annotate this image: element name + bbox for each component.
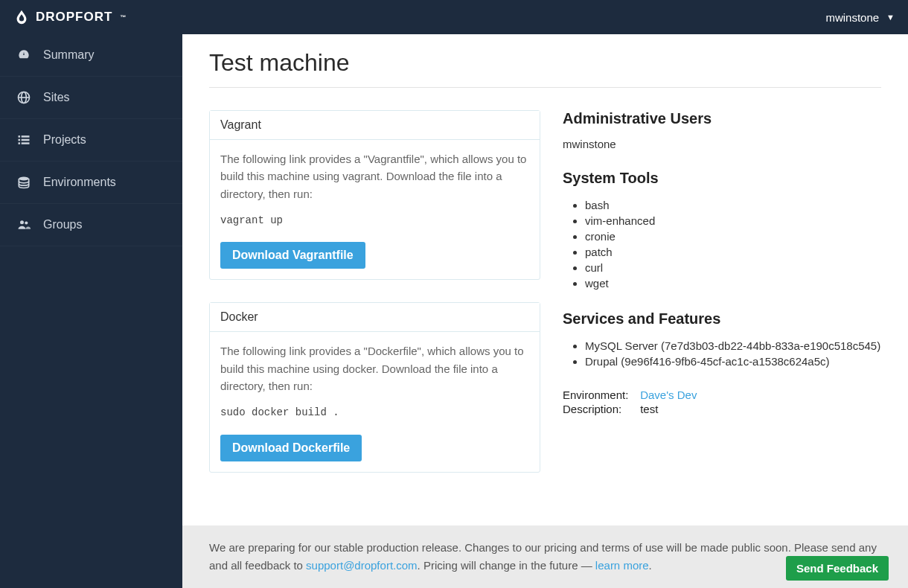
svg-rect-7 — [19, 142, 21, 144]
stack-icon — [16, 175, 31, 190]
learn-more-link[interactable]: learn more — [595, 559, 649, 572]
download-dockerfile-button[interactable]: Download Dockerfile — [220, 435, 362, 461]
list-item: curl — [585, 260, 881, 275]
page-title: Test machine — [209, 49, 881, 88]
list-item: wget — [585, 275, 881, 291]
sidebar-item-environments[interactable]: Environments — [0, 162, 182, 204]
sidebar-item-label: Summary — [43, 48, 94, 62]
brand[interactable]: DROPFORT™ — [13, 9, 127, 25]
topbar: DROPFORT™ mwinstone ▼ — [0, 0, 908, 34]
content: Test machine Vagrant The following link … — [182, 34, 908, 525]
svg-rect-6 — [22, 139, 30, 141]
environment-link[interactable]: Dave's Dev — [640, 389, 697, 401]
docker-heading: Docker — [210, 303, 540, 332]
list-item: cronie — [585, 229, 881, 244]
vagrant-command: vagrant up — [220, 213, 529, 229]
system-tools-list: bash vim-enhanced cronie patch curl wget — [563, 197, 881, 291]
docker-command: sudo docker build . — [220, 405, 529, 421]
environment-row: Environment: Dave's Dev — [563, 389, 881, 401]
sidebar-item-label: Groups — [43, 218, 82, 231]
sidebar-item-groups[interactable]: Groups — [0, 204, 182, 246]
docker-panel: Docker The following link provides a "Do… — [209, 302, 540, 472]
sidebar-item-projects[interactable]: Projects — [0, 119, 182, 162]
description-row: Description: test — [563, 403, 881, 415]
sidebar-item-sites[interactable]: Sites — [0, 77, 182, 119]
brand-logo-icon — [13, 9, 30, 25]
sidebar-item-label: Environments — [43, 176, 116, 189]
footer: We are preparing for our stable producti… — [182, 525, 908, 588]
environment-label: Environment: — [563, 389, 637, 401]
list-icon — [16, 132, 31, 147]
download-vagrantfile-button[interactable]: Download Vagrantfile — [220, 242, 365, 269]
list-item: Drupal (9e96f416-9fb6-45cf-ac1c-a1538c62… — [585, 354, 881, 369]
svg-rect-3 — [19, 135, 21, 138]
support-email-link[interactable]: support@dropfort.com — [306, 559, 417, 572]
vagrant-heading: Vagrant — [210, 111, 540, 140]
admin-user: mwinstone — [563, 138, 881, 150]
description-value: test — [640, 403, 658, 415]
svg-point-10 — [20, 220, 24, 224]
list-item: bash — [585, 197, 881, 213]
footer-text: . Pricing will change in the future — — [418, 559, 595, 572]
user-name: mwinstone — [825, 11, 879, 24]
vagrant-description: The following link provides a "Vagrantfi… — [220, 150, 529, 202]
dashboard-icon — [16, 48, 31, 63]
globe-icon — [16, 90, 31, 105]
sidebar-item-label: Sites — [43, 91, 70, 104]
sidebar-item-label: Projects — [43, 133, 86, 147]
sidebar-item-summary[interactable]: Summary — [0, 34, 182, 77]
vagrant-panel: Vagrant The following link provides a "V… — [209, 110, 540, 280]
sidebar: Summary Sites Projects Environments Grou… — [0, 34, 182, 588]
services-heading: Services and Features — [563, 310, 881, 327]
footer-text: . — [649, 559, 652, 572]
services-list: MySQL Server (7e7d3b03-db22-44bb-833a-e1… — [563, 338, 881, 369]
admin-users-heading: Administrative Users — [563, 110, 881, 127]
description-label: Description: — [563, 403, 637, 415]
list-item: patch — [585, 244, 881, 260]
users-icon — [16, 217, 31, 232]
svg-rect-4 — [22, 135, 30, 138]
svg-point-9 — [19, 177, 28, 181]
send-feedback-button[interactable]: Send Feedback — [786, 556, 889, 581]
main: Test machine Vagrant The following link … — [182, 34, 908, 588]
brand-tm: ™ — [120, 14, 127, 21]
svg-rect-5 — [19, 139, 21, 141]
svg-rect-8 — [22, 142, 30, 144]
chevron-down-icon: ▼ — [886, 13, 895, 22]
svg-point-11 — [25, 221, 28, 224]
system-tools-heading: System Tools — [563, 170, 881, 187]
list-item: vim-enhanced — [585, 213, 881, 229]
list-item: MySQL Server (7e7d3b03-db22-44bb-833a-e1… — [585, 338, 881, 354]
brand-name: DROPFORT — [36, 10, 112, 25]
docker-description: The following link provides a "Dockerfil… — [220, 342, 529, 394]
user-menu[interactable]: mwinstone ▼ — [825, 11, 895, 24]
